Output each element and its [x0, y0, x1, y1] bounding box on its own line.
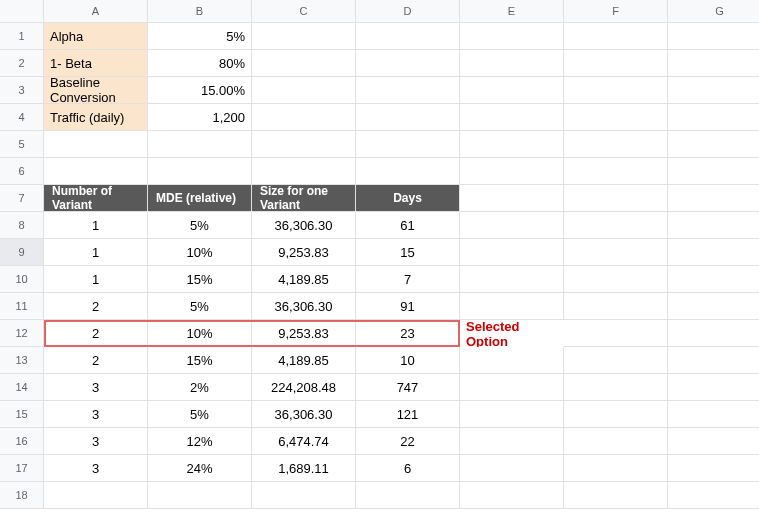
- cell[interactable]: [668, 455, 759, 482]
- table-row[interactable]: 1: [44, 239, 148, 266]
- table-row[interactable]: 15%: [148, 347, 252, 374]
- table-row[interactable]: 1,689.11: [252, 455, 356, 482]
- col-header-E[interactable]: E: [460, 0, 564, 23]
- cell[interactable]: [356, 131, 460, 158]
- col-header-F[interactable]: F: [564, 0, 668, 23]
- table-row[interactable]: 36,306.30: [252, 401, 356, 428]
- col-header-D[interactable]: D: [356, 0, 460, 23]
- cell[interactable]: [564, 482, 668, 509]
- row-header-15[interactable]: 15: [0, 401, 44, 428]
- cell[interactable]: [564, 347, 668, 374]
- table-row[interactable]: 5%: [148, 293, 252, 320]
- table-row[interactable]: 121: [356, 401, 460, 428]
- table-row[interactable]: 15%: [148, 266, 252, 293]
- param-traffic-value[interactable]: 1,200: [148, 104, 252, 131]
- param-beta-value[interactable]: 80%: [148, 50, 252, 77]
- cell[interactable]: [252, 77, 356, 104]
- row-header-2[interactable]: 2: [0, 50, 44, 77]
- row-header-7[interactable]: 7: [0, 185, 44, 212]
- table-header-size[interactable]: Size for one Variant: [252, 185, 356, 212]
- cell[interactable]: [356, 50, 460, 77]
- cell[interactable]: [252, 104, 356, 131]
- table-header-mde[interactable]: MDE (relative): [148, 185, 252, 212]
- col-header-C[interactable]: C: [252, 0, 356, 23]
- table-row[interactable]: 224,208.48: [252, 374, 356, 401]
- table-row[interactable]: 9,253.83: [252, 239, 356, 266]
- spreadsheet[interactable]: A B C D E F G 1 Alpha 5% 2 1- Beta 80% 3…: [0, 0, 759, 509]
- cell[interactable]: [356, 23, 460, 50]
- cell[interactable]: [668, 50, 759, 77]
- cell[interactable]: [564, 455, 668, 482]
- cell[interactable]: [668, 347, 759, 374]
- cell[interactable]: [460, 374, 564, 401]
- cell[interactable]: [252, 158, 356, 185]
- param-baseline-value[interactable]: 15.00%: [148, 77, 252, 104]
- cell[interactable]: [564, 185, 668, 212]
- param-baseline-label[interactable]: Baseline Conversion: [44, 77, 148, 104]
- table-row[interactable]: 23: [356, 320, 460, 347]
- table-row[interactable]: 1: [44, 212, 148, 239]
- row-header-9[interactable]: 9: [0, 239, 44, 266]
- param-traffic-label[interactable]: Traffic (daily): [44, 104, 148, 131]
- row-header-11[interactable]: 11: [0, 293, 44, 320]
- row-header-3[interactable]: 3: [0, 77, 44, 104]
- row-header-4[interactable]: 4: [0, 104, 44, 131]
- table-row[interactable]: 5%: [148, 401, 252, 428]
- cell[interactable]: [460, 455, 564, 482]
- table-header-days[interactable]: Days: [356, 185, 460, 212]
- table-row[interactable]: 3: [44, 428, 148, 455]
- cell[interactable]: [356, 104, 460, 131]
- table-row[interactable]: 4,189.85: [252, 347, 356, 374]
- cell[interactable]: [460, 185, 564, 212]
- table-row[interactable]: 10%: [148, 320, 252, 347]
- cell[interactable]: [460, 347, 564, 374]
- cell[interactable]: [564, 158, 668, 185]
- cell[interactable]: [668, 131, 759, 158]
- cell[interactable]: [252, 131, 356, 158]
- row-header-14[interactable]: 14: [0, 374, 44, 401]
- cell[interactable]: [564, 77, 668, 104]
- table-row[interactable]: 10%: [148, 239, 252, 266]
- cell[interactable]: [668, 320, 759, 347]
- table-row[interactable]: 91: [356, 293, 460, 320]
- cell[interactable]: [668, 482, 759, 509]
- table-row[interactable]: 10: [356, 347, 460, 374]
- cell[interactable]: [44, 482, 148, 509]
- cell[interactable]: [252, 482, 356, 509]
- row-header-8[interactable]: 8: [0, 212, 44, 239]
- table-header-variant[interactable]: Number of Variant: [44, 185, 148, 212]
- table-row[interactable]: 9,253.83: [252, 320, 356, 347]
- table-row[interactable]: 2%: [148, 374, 252, 401]
- cell[interactable]: [460, 212, 564, 239]
- cell[interactable]: [460, 239, 564, 266]
- cell[interactable]: [564, 131, 668, 158]
- cell[interactable]: [564, 401, 668, 428]
- cell[interactable]: [564, 320, 668, 347]
- cell[interactable]: [460, 266, 564, 293]
- row-header-1[interactable]: 1: [0, 23, 44, 50]
- cell[interactable]: [564, 293, 668, 320]
- table-row[interactable]: 4,189.85: [252, 266, 356, 293]
- col-header-B[interactable]: B: [148, 0, 252, 23]
- param-alpha-label[interactable]: Alpha: [44, 23, 148, 50]
- cell[interactable]: [668, 158, 759, 185]
- cell[interactable]: [252, 50, 356, 77]
- cell[interactable]: [564, 266, 668, 293]
- cell[interactable]: [44, 158, 148, 185]
- table-row[interactable]: 7: [356, 266, 460, 293]
- cell[interactable]: [460, 401, 564, 428]
- cell[interactable]: [252, 23, 356, 50]
- cell[interactable]: [356, 158, 460, 185]
- table-row[interactable]: 36,306.30: [252, 212, 356, 239]
- table-row[interactable]: 6,474.74: [252, 428, 356, 455]
- cell[interactable]: [564, 239, 668, 266]
- cell[interactable]: [668, 428, 759, 455]
- param-alpha-value[interactable]: 5%: [148, 23, 252, 50]
- cell[interactable]: [668, 239, 759, 266]
- table-row[interactable]: 15: [356, 239, 460, 266]
- cell[interactable]: [460, 104, 564, 131]
- cell[interactable]: [668, 104, 759, 131]
- cell[interactable]: [564, 104, 668, 131]
- cell[interactable]: [460, 50, 564, 77]
- cell[interactable]: [668, 185, 759, 212]
